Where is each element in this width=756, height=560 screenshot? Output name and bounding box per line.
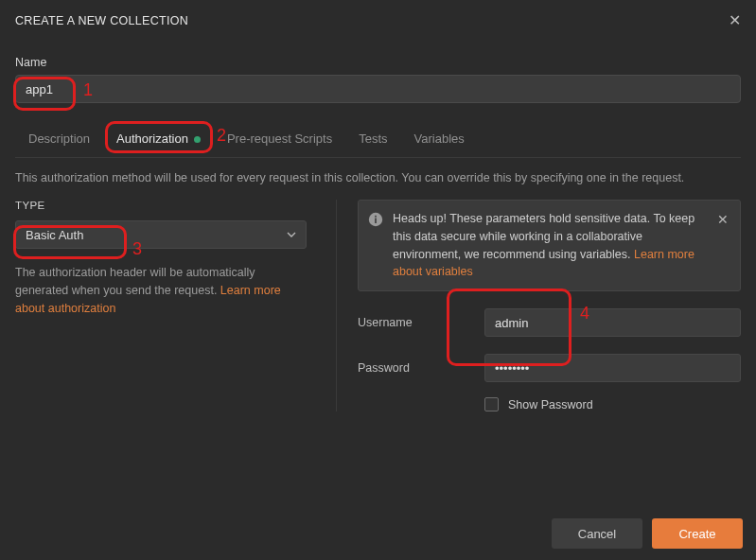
svg-rect-2 (375, 216, 377, 218)
tab-label: Description (28, 131, 90, 146)
show-password-label: Show Password (508, 398, 593, 411)
alert-message: Heads up! These parameters hold sensitiv… (393, 210, 706, 281)
password-row: Password (358, 354, 741, 382)
tabs: Description Authorization Pre-request Sc… (15, 124, 741, 158)
tab-variables[interactable]: Variables (401, 124, 478, 157)
modal-footer: Cancel Create (0, 507, 756, 560)
cancel-button[interactable]: Cancel (552, 518, 642, 549)
alert-close-icon[interactable]: ✕ (715, 210, 730, 230)
tab-authorization[interactable]: Authorization (103, 124, 214, 157)
modal-header: CREATE A NEW COLLECTION ✕ (0, 0, 756, 39)
active-dot-icon (194, 136, 201, 143)
cancel-button-label: Cancel (578, 527, 616, 541)
tab-label: Authorization (116, 131, 188, 146)
tab-label: Variables (414, 131, 465, 146)
show-password-row: Show Password (484, 397, 741, 411)
auth-help-text: This authorization method will be used f… (15, 158, 741, 200)
close-icon[interactable]: ✕ (729, 11, 741, 29)
name-input[interactable] (15, 75, 741, 103)
auth-left-col: TYPE Basic Auth The authorization header… (15, 200, 337, 411)
modal-title: CREATE A NEW COLLECTION (15, 14, 188, 27)
type-description: The authorization header will be automat… (15, 264, 299, 317)
chevron-down-icon (287, 232, 296, 237)
tab-label: Tests (359, 131, 387, 146)
password-input[interactable] (484, 354, 741, 382)
tab-description[interactable]: Description (15, 124, 103, 157)
info-icon (368, 212, 383, 227)
svg-rect-1 (375, 219, 377, 224)
tab-tests[interactable]: Tests (345, 124, 400, 157)
tab-label: Pre-request Scripts (227, 131, 332, 146)
auth-type-select[interactable]: Basic Auth (15, 220, 307, 249)
username-label: Username (358, 316, 471, 329)
tab-prerequest[interactable]: Pre-request Scripts (214, 124, 345, 157)
show-password-checkbox[interactable] (484, 397, 499, 411)
username-row: Username (358, 308, 741, 337)
create-button-label: Create (678, 527, 715, 541)
auth-area: TYPE Basic Auth The authorization header… (15, 200, 741, 411)
sensitive-data-alert: Heads up! These parameters hold sensitiv… (358, 200, 741, 291)
create-collection-modal: CREATE A NEW COLLECTION ✕ Name Descripti… (0, 0, 756, 560)
type-label: TYPE (15, 200, 315, 211)
auth-type-selected: Basic Auth (26, 228, 83, 242)
username-input[interactable] (484, 308, 741, 337)
auth-right-col: Heads up! These parameters hold sensitiv… (337, 200, 741, 411)
password-label: Password (358, 361, 471, 375)
type-description-text: The authorization header will be automat… (15, 266, 255, 297)
modal-body: Name Description Authorization Pre-reque… (0, 56, 756, 411)
name-label: Name (15, 56, 741, 69)
create-button[interactable]: Create (652, 518, 743, 549)
